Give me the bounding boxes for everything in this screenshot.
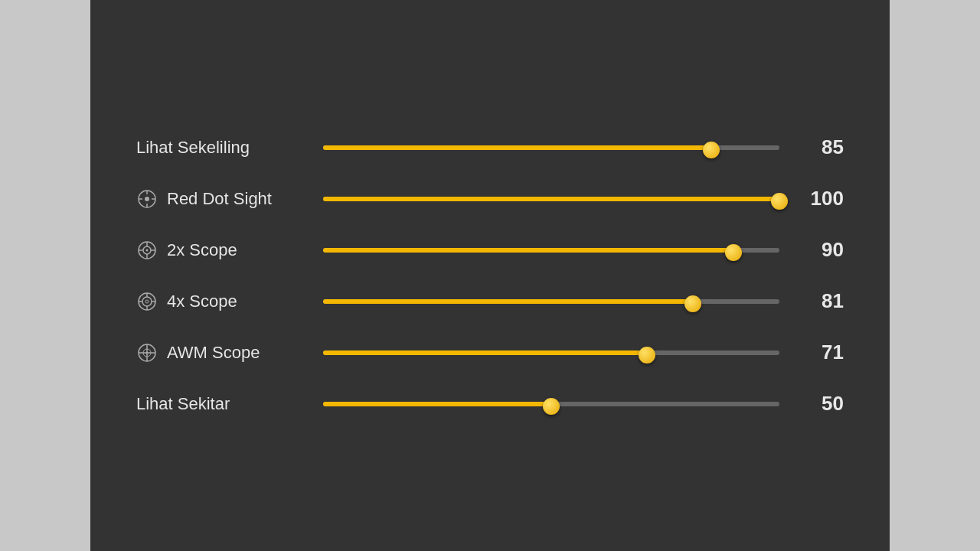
slider-lihat-sekeliling[interactable] (323, 145, 779, 151)
row-lihat-sekeliling: Lihat Sekeliling85 (136, 122, 844, 173)
label-section-awm-scope: AWM Scope (136, 342, 305, 364)
scope-medium-icon (136, 291, 158, 312)
svg-point-14 (142, 297, 152, 306)
track-4x-scope (323, 299, 779, 304)
label-section-2x-scope: 2x Scope (136, 240, 305, 261)
track-awm-scope (323, 350, 779, 355)
fill-4x-scope (323, 299, 693, 304)
slider-red-dot-sight[interactable] (323, 196, 779, 202)
main-content: Lihat Sekeliling85 Red Dot Sight100 2x S… (90, 0, 890, 551)
sidebar-left (0, 0, 90, 551)
slider-awm-scope[interactable] (323, 350, 779, 356)
label-lihat-sekeliling: Lihat Sekeliling (136, 138, 250, 158)
label-section-red-dot-sight: Red Dot Sight (136, 188, 305, 210)
thumb-lihat-sekitar[interactable] (543, 398, 560, 415)
track-red-dot-sight (323, 197, 779, 201)
fill-red-dot-sight (323, 197, 779, 201)
value-2x-scope: 90 (798, 238, 844, 262)
scope-cross-icon (136, 342, 158, 364)
label-2x-scope: 2x Scope (167, 240, 237, 260)
label-red-dot-sight: Red Dot Sight (167, 189, 272, 209)
row-red-dot-sight: Red Dot Sight100 (136, 173, 844, 224)
red-dot-icon (136, 188, 158, 210)
fill-lihat-sekitar (323, 402, 551, 406)
svg-point-1 (145, 197, 149, 201)
label-lihat-sekitar: Lihat Sekitar (136, 394, 230, 414)
slider-lihat-sekitar[interactable] (323, 401, 779, 407)
thumb-awm-scope[interactable] (639, 347, 655, 364)
label-section-lihat-sekitar: Lihat Sekitar (136, 394, 305, 414)
label-awm-scope: AWM Scope (167, 343, 260, 363)
value-4x-scope: 81 (798, 289, 844, 313)
svg-point-8 (146, 249, 149, 251)
thumb-2x-scope[interactable] (725, 244, 742, 261)
thumb-red-dot-sight[interactable] (771, 193, 788, 210)
fill-awm-scope (323, 350, 647, 355)
thumb-4x-scope[interactable] (684, 295, 701, 312)
row-2x-scope: 2x Scope90 (136, 224, 844, 276)
row-4x-scope: 4x Scope81 (136, 276, 844, 327)
track-2x-scope (323, 248, 779, 253)
value-lihat-sekeliling: 85 (798, 135, 844, 159)
label-section-4x-scope: 4x Scope (136, 291, 305, 312)
thumb-lihat-sekeliling[interactable] (703, 142, 720, 158)
svg-point-15 (145, 300, 149, 303)
fill-2x-scope (323, 248, 733, 253)
row-awm-scope: AWM Scope71 (136, 327, 844, 378)
slider-2x-scope[interactable] (323, 247, 779, 253)
label-4x-scope: 4x Scope (167, 292, 237, 311)
label-section-lihat-sekeliling: Lihat Sekeliling (136, 138, 305, 158)
value-awm-scope: 71 (798, 341, 844, 364)
fill-lihat-sekeliling (323, 145, 711, 150)
scope-simple-icon (136, 240, 158, 261)
slider-4x-scope[interactable] (323, 298, 779, 305)
row-lihat-sekitar: Lihat Sekitar50 (136, 378, 844, 429)
sidebar-right (890, 0, 980, 551)
value-red-dot-sight: 100 (798, 187, 844, 210)
value-lihat-sekitar: 50 (798, 392, 844, 416)
